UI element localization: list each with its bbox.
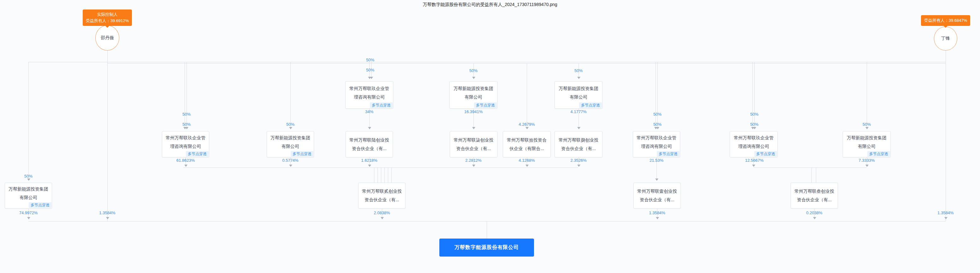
- edge-percent-label: 50%: [24, 174, 32, 179]
- connector-line: [107, 63, 946, 64]
- company-node[interactable]: 万帮新能源投资集团有限公司 多节点穿透: [843, 131, 891, 157]
- arrow-down-icon: [753, 127, 756, 129]
- edge-percent-label: 50%: [750, 112, 759, 117]
- edge-percent-label: 74.9972%: [19, 211, 38, 216]
- multi-node-penetrate-tag[interactable]: 多节点穿透: [579, 102, 602, 108]
- company-name: 万帮新能源投资集团有限公司: [453, 85, 494, 101]
- multi-node-penetrate-tag[interactable]: 多节点穿透: [370, 102, 393, 108]
- arrow-down-icon: [656, 217, 659, 219]
- badge-line2: 受益所有人：39.6912%: [86, 18, 129, 24]
- company-name: 常州万帮联玖企业管理咨询有限公司: [165, 134, 206, 151]
- company-name: 常州万帮联捌创业投资合伙企业（有...: [558, 136, 599, 153]
- company-node[interactable]: 万帮新能源投资集团有限公司 多节点穿透: [267, 131, 314, 157]
- edge-percent-label: 2.3526%: [570, 158, 586, 163]
- multi-node-penetrate-tag[interactable]: 多节点穿透: [754, 151, 777, 157]
- edge-percent-label: 1.3584%: [99, 211, 115, 216]
- connector-line: [655, 62, 656, 129]
- company-name: 常州万帮联玖企业管理咨询有限公司: [733, 134, 774, 151]
- arrow-down-icon: [106, 217, 109, 219]
- company-node[interactable]: 常州万帮联贰创业投资合伙企业（有...: [358, 183, 406, 209]
- arrow-down-icon: [865, 164, 869, 167]
- edge-percent-label: 1.6218%: [361, 158, 377, 163]
- multi-node-penetrate-tag[interactable]: 多节点穿透: [867, 151, 890, 157]
- edge-percent-label: 50%: [183, 122, 191, 127]
- multi-node-penetrate-tag[interactable]: 多节点穿透: [29, 202, 51, 208]
- badge-line1: 受益所有人：39.6847%: [924, 18, 967, 24]
- arrow-down-icon: [289, 164, 292, 167]
- badge-line1: 实际控制人: [97, 11, 118, 18]
- connector-line: [186, 62, 187, 129]
- company-node[interactable]: 万帮新能源投资集团有限公司 多节点穿透: [5, 183, 52, 209]
- person-name: 邵丹薇: [101, 35, 114, 41]
- company-node[interactable]: 万帮新能源投资集团有限公司 多节点穿透: [449, 81, 497, 109]
- arrow-down-icon: [656, 127, 659, 129]
- company-node[interactable]: 常州万帮联捌创业投资合伙企业（有...: [555, 131, 603, 157]
- arrow-down-icon: [185, 164, 188, 167]
- multi-node-penetrate-tag[interactable]: 多节点穿透: [474, 102, 497, 108]
- arrow-down-icon: [472, 127, 475, 129]
- company-node[interactable]: 常州万帮联柒创业投资合伙企业（有...: [450, 131, 497, 157]
- edge-percent-label: 50%: [366, 68, 374, 73]
- root-company-node[interactable]: 万帮数字能源股份有限公司: [439, 239, 534, 257]
- company-node[interactable]: 常州万帮联叁创业投资合伙企业（有...: [791, 183, 838, 209]
- connector-line: [657, 62, 658, 129]
- connector-line: [811, 168, 812, 183]
- company-name: 万帮新能源投资集团有限公司: [558, 85, 599, 101]
- arrow-down-icon: [185, 127, 188, 129]
- company-name: 常州万帮联壹创业投资合伙企业（有...: [637, 187, 677, 204]
- edge-percent-label: 50%: [469, 68, 477, 73]
- arrow-down-icon: [370, 77, 373, 79]
- edge-percent-label: 16.3941%: [464, 109, 483, 114]
- edge-percent-label: 1.3584%: [937, 211, 953, 216]
- company-node[interactable]: 常州万帮联玖企业管理咨询有限公司 多节点穿透: [633, 131, 680, 157]
- arrow-down-icon: [472, 77, 475, 79]
- arrow-down-icon: [577, 164, 581, 167]
- company-name: 常州万帮联贰创业投资合伙企业（有...: [362, 187, 402, 204]
- person-node-shareholder-1[interactable]: 邵丹薇: [95, 25, 119, 51]
- connector-line: [753, 168, 867, 168]
- connector-line: [752, 62, 753, 129]
- connector-line: [754, 62, 755, 129]
- arrow-down-icon: [944, 217, 948, 219]
- company-node[interactable]: 常州万帮联玖企业管理咨询有限公司 多节点穿透: [345, 81, 393, 109]
- edge-percent-label: 12.5667%: [745, 158, 764, 163]
- multi-node-penetrate-tag[interactable]: 多节点穿透: [186, 151, 208, 157]
- edge-percent-label: 1.3584%: [649, 211, 665, 216]
- arrow-down-icon: [525, 164, 529, 167]
- company-node[interactable]: 万帮新能源投资集团有限公司 多节点穿透: [555, 81, 603, 109]
- company-name: 常州万帮联柒创业投资合伙企业（有...: [453, 136, 494, 153]
- arrow-down-icon: [368, 164, 371, 167]
- edge-percent-label: 0.2038%: [806, 211, 822, 216]
- company-node[interactable]: 常州万帮联玖企业管理咨询有限公司 多节点穿透: [162, 131, 209, 157]
- arrow-down-icon: [525, 127, 529, 129]
- company-name: 常州万帮联陆创业投资合伙企业（有...: [349, 136, 390, 153]
- arrow-down-icon: [577, 77, 581, 79]
- company-node[interactable]: 常州万帮联壹创业投资合伙企业（有...: [633, 183, 681, 209]
- company-name: 常州万帮联拾投资合伙企业（有限合...: [506, 136, 547, 153]
- connector-line: [384, 168, 385, 183]
- arrow-down-icon: [27, 217, 30, 219]
- edge-percent-label: 50%: [862, 122, 871, 127]
- root-company-name: 万帮数字能源股份有限公司: [455, 244, 519, 251]
- connector-line: [487, 221, 487, 239]
- edge-percent-label: 4.1777%: [570, 109, 586, 114]
- person-name: 丁锋: [941, 36, 950, 42]
- arrow-down-icon: [472, 164, 475, 167]
- edge-percent-label: 7.3333%: [859, 158, 875, 163]
- company-node[interactable]: 常州万帮联拾投资合伙企业（有限合...: [503, 131, 551, 157]
- edge-percent-label: 50%: [574, 68, 582, 73]
- company-name: 万帮新能源投资集团有限公司: [270, 134, 310, 151]
- edge-percent-label: 4.2679%: [519, 122, 535, 127]
- arrow-down-icon: [27, 179, 30, 181]
- edge-percent-label: 50%: [286, 122, 294, 127]
- edge-percent-label: 50%: [366, 57, 374, 62]
- beneficial-owner-badge: 受益所有人：39.6847%: [921, 15, 970, 26]
- multi-node-penetrate-tag[interactable]: 多节点穿透: [291, 151, 313, 157]
- company-node[interactable]: 常州万帮联玖企业管理咨询有限公司 多节点穿透: [730, 131, 778, 157]
- person-node-shareholder-2[interactable]: 丁锋: [934, 27, 957, 51]
- connector-line: [290, 62, 291, 129]
- multi-node-penetrate-tag[interactable]: 多节点穿透: [657, 151, 679, 157]
- company-name: 万帮新能源投资集团有限公司: [846, 134, 887, 151]
- connector-line: [867, 62, 867, 129]
- company-node[interactable]: 常州万帮联陆创业投资合伙企业（有...: [345, 131, 393, 157]
